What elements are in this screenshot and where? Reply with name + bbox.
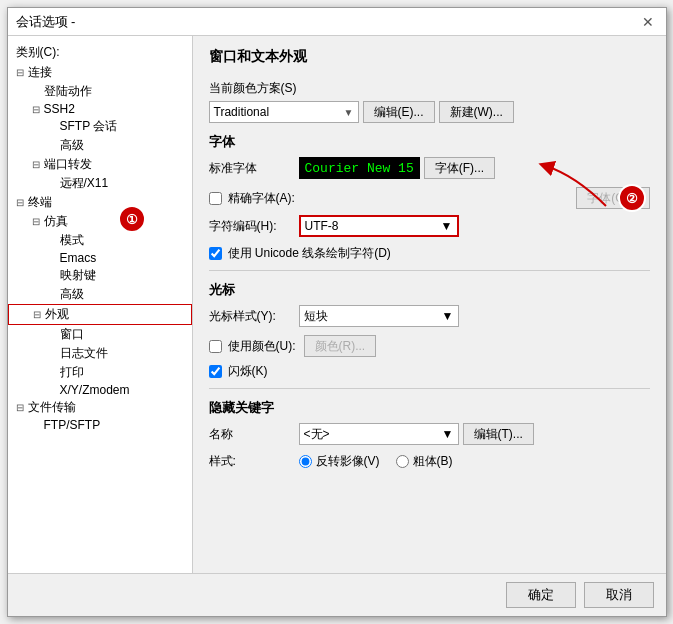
encoding-label: 字符编码(H): — [209, 218, 299, 235]
precise-font-checkbox[interactable] — [209, 192, 222, 205]
unicode-label: 使用 Unicode 线条绘制字符(D) — [228, 245, 391, 262]
tree-icon-pf: ⊟ — [28, 159, 44, 170]
cursor-section-label: 光标 — [209, 281, 650, 299]
cursor-color-button[interactable]: 颜色(R)... — [304, 335, 377, 357]
annotation-2: ② — [618, 184, 646, 212]
annotation-1: ① — [118, 205, 146, 233]
tree-item-sftp[interactable]: SFTP 会话 — [8, 117, 192, 136]
tree-item-login-action[interactable]: 登陆动作 — [8, 82, 192, 101]
cursor-blink-checkbox[interactable] — [209, 365, 222, 378]
tree-item-ftp-sftp[interactable]: FTP/SFTP — [8, 417, 192, 433]
encoding-select[interactable]: UTF-8 ▼ — [299, 215, 459, 237]
cursor-color-row: 使用颜色(U): 颜色(R)... — [209, 335, 650, 357]
radio-option2[interactable]: 粗体(B) — [396, 453, 453, 470]
tree-icon-ft: ⊟ — [12, 402, 28, 413]
right-panel: 窗口和文本外观 当前颜色方案(S) Traditional ▼ 编辑(E)...… — [193, 36, 666, 573]
tree-icon-ssh2: ⊟ — [28, 104, 44, 115]
tree-item-ssh2[interactable]: ⊟ SSH2 — [8, 101, 192, 117]
tree-item-emulation[interactable]: ⊟ 仿真 — [8, 212, 192, 231]
close-button[interactable]: ✕ — [638, 12, 658, 32]
tree-icon-appearance: ⊟ — [29, 309, 45, 320]
dialog-body: 类别(C): ⊟ 连接 登陆动作 ⊟ S — [8, 36, 666, 573]
edit-t-button[interactable]: 编辑(T)... — [463, 423, 534, 445]
tree-item-log-file[interactable]: 日志文件 — [8, 344, 192, 363]
dialog-footer: 确定 取消 — [8, 573, 666, 616]
hidden-key-name-label: 名称 — [209, 426, 299, 443]
precise-font-label: 精确字体(A): — [228, 190, 295, 207]
cursor-style-row: 光标样式(Y): 短块 ▼ — [209, 305, 650, 327]
cursor-color-label: 使用颜色(U): — [228, 338, 296, 355]
tree-item-port-forward[interactable]: ⊟ 端口转发 — [8, 155, 192, 174]
cursor-style-select[interactable]: 短块 ▼ — [299, 305, 459, 327]
ok-button[interactable]: 确定 — [506, 582, 576, 608]
cancel-button[interactable]: 取消 — [584, 582, 654, 608]
standard-font-label: 标准字体 — [209, 160, 299, 177]
tree-icon-terminal: ⊟ — [12, 197, 28, 208]
hidden-key-name-row: 名称 <无> ▼ 编辑(T)... — [209, 423, 650, 445]
tree-item-emacs[interactable]: Emacs — [8, 250, 192, 266]
hidden-key-section-label: 隐藏关键字 — [209, 399, 650, 417]
title-bar: 会话选项 - ✕ — [8, 8, 666, 36]
tree-item-terminal[interactable]: ⊟ 终端 — [8, 193, 192, 212]
tree-item-advanced2[interactable]: 高级 — [8, 285, 192, 304]
cursor-blink-row: 闪烁(K) — [209, 363, 650, 380]
tree-item-file-transfer[interactable]: ⊟ 文件传输 — [8, 398, 192, 417]
tree-item-appearance[interactable]: ⊟ 外观 — [8, 304, 192, 325]
tree-item-connect[interactable]: ⊟ 连接 — [8, 63, 192, 82]
divider2 — [209, 388, 650, 389]
font-button[interactable]: 字体(F)... — [424, 157, 495, 179]
dialog: 会话选项 - ✕ 类别(C): ⊟ 连接 登陆动作 — [7, 7, 667, 617]
tree-icon-emu: ⊟ — [28, 216, 44, 227]
cursor-style-arrow: ▼ — [442, 309, 454, 323]
cursor-color-checkbox[interactable] — [209, 340, 222, 353]
font-display: Courier New 15 — [299, 157, 420, 179]
tree-icon-connect: ⊟ — [12, 67, 28, 78]
section-title: 窗口和文本外观 — [209, 48, 650, 70]
radio-reverse[interactable] — [299, 455, 312, 468]
tree-item-print[interactable]: 打印 — [8, 363, 192, 382]
style-label: 样式: — [209, 453, 299, 470]
encoding-row: 字符编码(H): UTF-8 ▼ — [209, 215, 650, 237]
hidden-key-arrow: ▼ — [442, 427, 454, 441]
precise-font-row: 精确字体(A): 字体(O)... — [209, 187, 650, 209]
color-scheme-arrow: ▼ — [344, 107, 354, 118]
tree-item-zmodem[interactable]: X/Y/Zmodem — [8, 382, 192, 398]
hidden-key-select[interactable]: <无> ▼ — [299, 423, 459, 445]
tree-item-advanced1[interactable]: 高级 — [8, 136, 192, 155]
unicode-checkbox[interactable] — [209, 247, 222, 260]
cursor-style-label: 光标样式(Y): — [209, 308, 299, 325]
radio-option1[interactable]: 反转影像(V) — [299, 453, 380, 470]
style-radio-group: 反转影像(V) 粗体(B) — [299, 453, 453, 470]
category-label: 类别(C): — [8, 40, 192, 63]
tree-item-mode[interactable]: 模式 — [8, 231, 192, 250]
divider1 — [209, 270, 650, 271]
tree-item-window[interactable]: 窗口 — [8, 325, 192, 344]
hidden-key-style-row: 样式: 反转影像(V) 粗体(B) — [209, 453, 650, 470]
dialog-title: 会话选项 - — [16, 13, 76, 31]
color-scheme-row: Traditional ▼ 编辑(E)... 新建(W)... — [209, 101, 650, 123]
cursor-blink-label: 闪烁(K) — [228, 363, 268, 380]
font-section-label: 字体 — [209, 133, 650, 151]
encoding-arrow: ▼ — [441, 219, 453, 233]
edit-color-scheme-button[interactable]: 编辑(E)... — [363, 101, 435, 123]
left-panel: 类别(C): ⊟ 连接 登陆动作 ⊟ S — [8, 36, 193, 573]
tree-item-remote-x11[interactable]: 远程/X11 — [8, 174, 192, 193]
color-scheme-select[interactable]: Traditional ▼ — [209, 101, 359, 123]
tree-item-keymap[interactable]: 映射键 — [8, 266, 192, 285]
standard-font-row: 标准字体 Courier New 15 字体(F)... — [209, 157, 650, 179]
color-scheme-label: 当前颜色方案(S) — [209, 80, 650, 97]
radio-bold[interactable] — [396, 455, 409, 468]
unicode-checkbox-row: 使用 Unicode 线条绘制字符(D) — [209, 245, 650, 262]
new-color-scheme-button[interactable]: 新建(W)... — [439, 101, 514, 123]
